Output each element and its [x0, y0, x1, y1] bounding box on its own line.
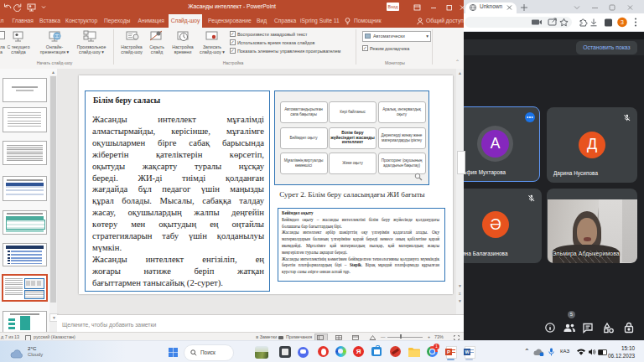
svg-text:3: 3 — [621, 19, 624, 25]
